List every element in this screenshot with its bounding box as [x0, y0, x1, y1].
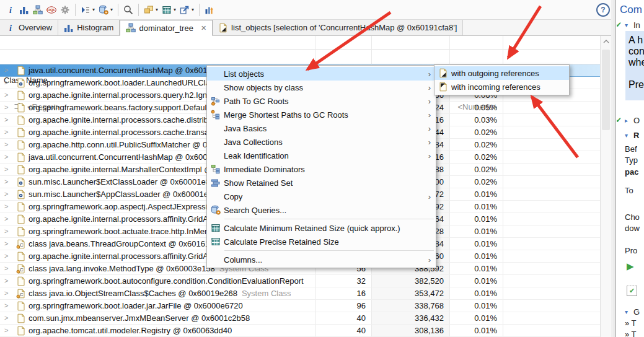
expander-icon[interactable]: ▸	[625, 117, 628, 124]
tab-label: list_objects [selection of 'ConcurrentHa…	[231, 23, 457, 32]
skip-check-icon[interactable]: ✔	[627, 286, 637, 296]
scrollbar-thumb[interactable]	[602, 50, 610, 130]
dropdown-arrow-icon[interactable]: ▾	[110, 7, 113, 12]
menu-item[interactable]: Calculate Precise Retained Size	[207, 235, 436, 248]
expand-chevron-icon[interactable]: >	[4, 178, 8, 186]
run-step-button[interactable]: ▶	[627, 261, 644, 272]
menu-item-label: Copy	[224, 192, 436, 201]
tab-list-objects[interactable]: list_objects [selection of 'ConcurrentHa…	[213, 20, 463, 35]
expand-chevron-icon[interactable]: >	[4, 227, 8, 235]
cheatsheet-step[interactable]: ✔▸O	[617, 116, 644, 127]
close-icon[interactable]: ✕	[201, 24, 206, 32]
menu-item[interactable]: Show Retained Set	[207, 176, 436, 190]
class-name-text: class java.beans.ThreadGroupContext @ 0x…	[29, 239, 227, 248]
help-icon[interactable]: ?	[596, 3, 610, 17]
db-gear-icon	[211, 205, 221, 215]
expand-chevron-icon[interactable]: >	[4, 326, 8, 335]
cheatsheet-links[interactable]: » T» Tloa	[625, 318, 644, 337]
expand-chevron-icon[interactable]: >	[4, 79, 8, 87]
expand-chevron-icon[interactable]: >	[4, 265, 8, 273]
expand-chevron-icon[interactable]: >	[4, 302, 8, 310]
expand-chevron-icon[interactable]: >	[4, 190, 8, 198]
dominator-tree-icon	[126, 23, 136, 33]
expand-chevron-icon[interactable]: >	[4, 314, 8, 322]
step-label: O	[633, 116, 640, 125]
table-row[interactable]: >com.sun.jmx.mbeanserver.JmxMBeanServer …	[0, 312, 600, 325]
submenu-item[interactable]: with incoming references	[434, 80, 569, 94]
menu-item[interactable]: Path To GC Roots›	[207, 94, 436, 108]
tab-dominator-tree[interactable]: dominator_tree✕	[120, 20, 213, 36]
dropdown-arrow-icon[interactable]: ▾	[192, 7, 194, 12]
table-row[interactable]: >org.springframework.boot.autoconfigure.…	[0, 275, 600, 287]
intro-text-line	[629, 68, 644, 79]
expand-chevron-icon[interactable]: >	[4, 103, 8, 112]
settings-button[interactable]	[58, 4, 72, 16]
menu-item-label: Leak Identification	[224, 151, 436, 160]
table-row[interactable]: >org.springframework.boot.loader.jar.Jar…	[0, 300, 600, 312]
expand-chevron-icon[interactable]: >	[4, 277, 8, 285]
menu-item[interactable]: Java Basics›	[207, 121, 436, 135]
query-browser-button[interactable]: ▾	[97, 4, 115, 16]
panel-sash[interactable]	[613, 0, 616, 337]
export-button[interactable]: ▾	[178, 4, 196, 16]
expander-icon[interactable]: ▾	[625, 309, 628, 315]
menu-item[interactable]: List objects›	[207, 67, 436, 81]
table-row[interactable]: >org.apache.tomcat.util.modeler.Registry…	[0, 325, 600, 337]
expand-chevron-icon[interactable]: >	[4, 289, 8, 297]
expand-chevron-icon[interactable]: >	[4, 116, 8, 124]
expander-icon[interactable]: ▾	[625, 22, 628, 28]
cheatsheet-step[interactable]: ✔▾In	[617, 20, 644, 32]
expand-chevron-icon[interactable]: >	[4, 203, 8, 211]
scroll-up-icon[interactable]	[602, 37, 611, 46]
cheatsheet-link[interactable]: » T	[625, 329, 644, 337]
expand-chevron-icon[interactable]: >	[4, 153, 8, 161]
retained-heap-cell: 336,432	[372, 313, 450, 323]
expand-chevron-icon[interactable]: >	[4, 215, 8, 223]
menu-item[interactable]: Columns...›	[207, 253, 436, 266]
expand-chevron-icon[interactable]: >	[4, 141, 8, 149]
dominator-tree-button[interactable]	[31, 4, 45, 16]
expand-chevron-icon[interactable]: >	[4, 91, 8, 99]
menu-icon-gutter	[207, 178, 224, 188]
cheatsheet-subsection[interactable]: ▾G	[617, 307, 644, 318]
group-by-button[interactable]: ▾	[142, 4, 160, 16]
table-row[interactable]: >Cclass java.io.ObjectStreamClass$Caches…	[0, 287, 600, 300]
menu-item[interactable]: Immediate Dominators	[207, 162, 436, 176]
shallow-heap-cell: 40	[316, 313, 372, 323]
percentage-cell: 0.02%	[450, 140, 503, 150]
calculate-retained-button[interactable]: ▾	[160, 4, 178, 16]
tab-overview[interactable]: iOverview	[0, 20, 58, 35]
menu-item[interactable]: Copy›	[207, 190, 436, 203]
dropdown-arrow-icon[interactable]: ▾	[156, 7, 158, 12]
oql-button[interactable]: OQL	[45, 4, 58, 16]
cheatsheet-link[interactable]: » T	[625, 318, 644, 329]
expand-chevron-icon[interactable]: >	[4, 128, 8, 136]
submenu-item[interactable]: with outgoing references	[434, 66, 569, 80]
skip-step-button[interactable]: ✔	[627, 286, 644, 296]
expander-icon[interactable]: ▾	[625, 132, 628, 139]
expand-chevron-icon[interactable]: >	[4, 240, 8, 248]
context-menu: List objects›Show objects by class›Path …	[206, 65, 436, 268]
menu-item[interactable]: Merge Shortest Paths to GC Roots›	[207, 108, 436, 121]
cheatsheet-subsection[interactable]: ▾R	[617, 131, 644, 142]
expand-chevron-icon[interactable]: >	[4, 66, 8, 74]
vertical-scrollbar[interactable]	[600, 36, 611, 337]
class-name-text: class java.lang.invoke.MethodType @ 0x60…	[29, 264, 215, 273]
menu-item[interactable]: Calculate Minimum Retained Size (quick a…	[207, 221, 436, 235]
menu-item[interactable]: Java Collections›	[207, 135, 436, 149]
open-views-button[interactable]: ▾	[79, 4, 97, 16]
dropdown-arrow-icon[interactable]: ▾	[174, 7, 176, 12]
menu-item[interactable]: Search Queries...	[207, 203, 436, 217]
menu-icon-gutter	[207, 96, 224, 106]
expand-chevron-icon[interactable]: >	[4, 165, 8, 173]
info-button[interactable]: i	[4, 4, 17, 16]
dropdown-arrow-icon[interactable]: ▾	[92, 7, 95, 12]
object-icon	[16, 66, 26, 76]
compare-button[interactable]	[203, 4, 216, 16]
expand-chevron-icon[interactable]: >	[4, 252, 8, 260]
menu-item[interactable]: Leak Identification›	[207, 149, 436, 162]
search-button[interactable]	[121, 4, 135, 16]
menu-item[interactable]: Show objects by class›	[207, 81, 436, 94]
tab-histogram[interactable]: Histogram	[58, 20, 120, 35]
histogram-button[interactable]	[17, 4, 31, 16]
